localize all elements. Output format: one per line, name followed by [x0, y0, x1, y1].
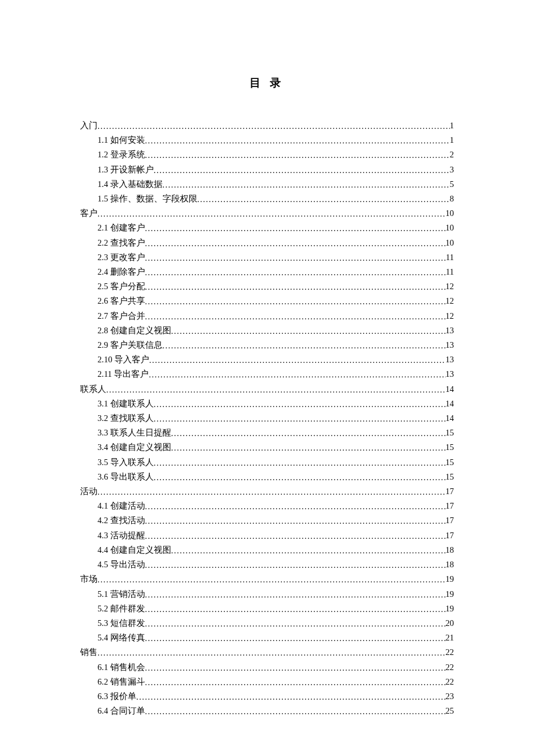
toc-entry-page: 10 [446, 206, 454, 220]
toc-leader-dots [154, 412, 446, 426]
toc-entry: 2.5 客户分配12 [80, 279, 454, 294]
toc-entry-page: 22 [446, 660, 454, 674]
toc-leader-dots [145, 222, 446, 235]
toc-entry: 3.6 导出联系人15 [80, 470, 454, 484]
toc-entry-label: 6.3 报价单 [98, 689, 136, 703]
toc-entry-page: 15 [446, 440, 454, 454]
toc-entry: 2.7 客户合并12 [80, 309, 454, 323]
toc-entry-label: 5.2 邮件群发 [98, 602, 145, 615]
toc-leader-dots [145, 530, 446, 543]
toc-leader-dots [154, 471, 446, 484]
toc-entry-page: 10 [446, 221, 454, 235]
toc-entry-label: 2.4 删除客户 [98, 265, 145, 279]
toc-leader-dots [154, 164, 450, 177]
toc-entry: 4.3 活动提醒17 [80, 528, 454, 543]
toc-entry-label: 6.4 合同订单 [98, 704, 145, 718]
toc-entry-label: 2.7 客户合并 [98, 309, 145, 323]
toc-entry: 3.2 查找联系人14 [80, 411, 454, 426]
toc-leader-dots [154, 456, 446, 470]
toc-entry-page: 17 [446, 484, 454, 498]
toc-leader-dots [145, 705, 446, 718]
toc-entry-page: 17 [446, 499, 454, 513]
toc-entry-page: 20 [446, 616, 454, 630]
toc-entry: 6.4 合同订单25 [80, 704, 454, 718]
toc-leader-dots [145, 266, 446, 279]
toc-entry-label: 1.2 登录系统 [98, 147, 145, 161]
toc-entry: 1.2 登录系统2 [80, 147, 454, 162]
toc-entry-label: 2.1 创建客户 [98, 221, 145, 235]
toc-entry-label: 3.6 导出联系人 [98, 470, 154, 484]
toc-entry-page: 5 [450, 177, 454, 191]
toc-leader-dots [163, 178, 450, 192]
toc-entry: 3.1 创建联系人14 [80, 397, 454, 411]
toc-entry: 4.5 导出活动18 [80, 557, 454, 572]
toc-entry-label: 3.5 导入联系人 [98, 455, 154, 469]
toc-entry-label: 4.2 查找活动 [98, 513, 145, 527]
toc-leader-dots [98, 573, 446, 586]
toc-entry-page: 12 [446, 309, 454, 323]
toc-entry: 1.3 开设新帐户3 [80, 163, 454, 177]
toc-leader-dots [145, 661, 446, 675]
toc-entry-label: 5.4 网络传真 [98, 631, 145, 645]
toc-entry: 6.1 销售机会22 [80, 660, 454, 675]
toc-entry-label: 3.2 查找联系人 [98, 411, 154, 425]
toc-entry-page: 13 [446, 352, 454, 366]
toc-entry-page: 11 [446, 265, 454, 279]
toc-entry-page: 19 [446, 572, 454, 586]
toc-entry: 2.10 导入客户13 [80, 352, 454, 367]
toc-entry: 3.5 导入联系人15 [80, 455, 454, 470]
toc-entry-label: 1.1 如何安装 [98, 133, 145, 147]
toc-entry: 5.4 网络传真21 [80, 631, 454, 645]
toc-entry: 2.3 更改客户11 [80, 250, 454, 265]
toc-entry: 活动17 [80, 484, 454, 499]
toc-leader-dots [149, 368, 445, 381]
toc-leader-dots [98, 485, 446, 499]
toc-leader-dots [145, 295, 446, 308]
toc-leader-dots [145, 500, 446, 513]
toc-entry: 客户10 [80, 206, 454, 221]
toc-entry-page: 12 [446, 294, 454, 308]
toc-entry-label: 6.1 销售机会 [98, 660, 145, 674]
toc-entry-label: 2.3 更改客户 [98, 250, 145, 264]
toc-entry: 5.3 短信群发20 [80, 616, 454, 631]
toc-entry-page: 1 [450, 133, 454, 147]
toc-leader-dots [145, 588, 446, 602]
toc-entry-page: 14 [446, 382, 454, 396]
toc-entry: 2.8 创建自定义视图13 [80, 323, 454, 338]
toc-leader-dots [145, 617, 446, 631]
toc-entry: 2.4 删除客户11 [80, 265, 454, 279]
toc-leader-dots [136, 690, 446, 704]
toc-leader-dots [154, 398, 446, 411]
table-of-contents: 入门11.1 如何安装11.2 登录系统21.3 开设新帐户31.4 录入基础数… [80, 118, 454, 718]
toc-entry-page: 14 [446, 397, 454, 411]
toc-leader-dots [171, 427, 446, 440]
toc-entry-label: 2.2 查找客户 [98, 236, 145, 250]
toc-entry-page: 3 [450, 163, 454, 177]
toc-entry-label: 2.6 客户共享 [98, 294, 145, 308]
toc-leader-dots [98, 120, 450, 133]
toc-entry-page: 11 [446, 250, 454, 264]
toc-entry-page: 2 [450, 147, 454, 161]
toc-leader-dots [171, 325, 446, 338]
toc-entry: 3.3 联系人生日提醒15 [80, 426, 454, 440]
toc-entry: 6.2 销售漏斗22 [80, 675, 454, 689]
toc-leader-dots [145, 251, 446, 265]
toc-entry-label: 5.1 营销活动 [98, 587, 145, 601]
toc-entry: 5.2 邮件群发19 [80, 602, 454, 616]
toc-entry-label: 2.9 客户关联信息 [98, 338, 163, 352]
toc-entry-page: 12 [446, 279, 454, 293]
toc-entry: 6.3 报价单23 [80, 689, 454, 704]
toc-entry-page: 22 [446, 675, 454, 689]
toc-leader-dots [145, 603, 446, 616]
toc-entry-label: 3.3 联系人生日提醒 [98, 426, 171, 440]
toc-entry-page: 13 [446, 323, 454, 337]
toc-entry-label: 4.5 导出活动 [98, 557, 145, 571]
toc-entry-label: 4.4 创建自定义视图 [98, 543, 171, 557]
toc-entry: 入门1 [80, 118, 454, 133]
toc-entry-label: 3.1 创建联系人 [98, 397, 154, 411]
toc-entry-label: 2.11 导出客户 [98, 367, 149, 381]
toc-entry: 1.5 操作、数据、字段权限8 [80, 192, 454, 206]
toc-leader-dots [98, 646, 446, 660]
toc-leader-dots [145, 280, 446, 294]
toc-leader-dots [197, 193, 450, 206]
